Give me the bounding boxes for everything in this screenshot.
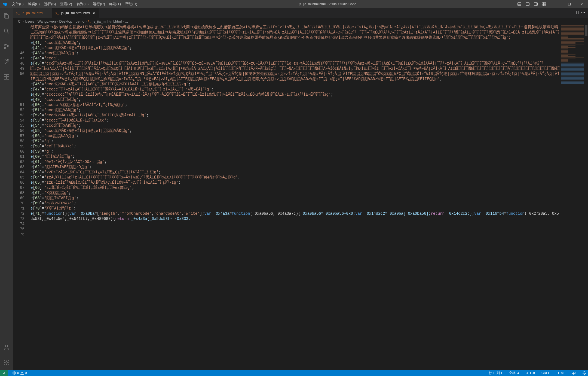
- svg-rect-2: [526, 3, 529, 6]
- svg-rect-9: [544, 4, 546, 6]
- menu-file[interactable]: 文件(F): [10, 0, 26, 8]
- notifications-icon[interactable]: [580, 370, 588, 376]
- window-controls: [550, 0, 588, 8]
- maximize-button[interactable]: [563, 0, 575, 8]
- source-control-icon[interactable]: [0, 40, 13, 53]
- menu-view[interactable]: 查看(V): [58, 0, 74, 8]
- settings-icon[interactable]: [0, 356, 13, 369]
- titlebar: 文件(F) 编辑(E) 选择(S) 查看(V) 转到(G) 运行(R) 终端(T…: [0, 0, 588, 8]
- run-debug-icon[interactable]: [0, 55, 13, 68]
- svg-point-16: [4, 44, 6, 46]
- svg-point-31: [583, 12, 584, 13]
- feedback-icon[interactable]: [570, 370, 578, 376]
- close-icon[interactable]: [92, 11, 96, 15]
- menu-terminal[interactable]: 终端(T): [107, 0, 123, 8]
- svg-line-15: [7, 32, 9, 33]
- tab-label: js_jia_mi.html.html: [61, 11, 90, 15]
- crumb[interactable]: ...: [125, 19, 128, 23]
- close-button[interactable]: [575, 0, 588, 8]
- menu-edit[interactable]: 编辑(E): [26, 0, 42, 8]
- crumb[interactable]: demo: [75, 19, 84, 23]
- html-file-icon: [88, 19, 91, 23]
- encoding[interactable]: UTF-8: [524, 370, 537, 376]
- menu-selection[interactable]: 选择(S): [42, 0, 58, 8]
- search-icon[interactable]: [0, 25, 13, 38]
- customize-layout-icon[interactable]: [540, 0, 548, 8]
- layout-icons: [516, 0, 550, 8]
- problems-indicator[interactable]: 0 0: [10, 370, 29, 376]
- svg-rect-8: [542, 4, 544, 6]
- toggle-panel-icon[interactable]: [516, 0, 523, 8]
- menu-go[interactable]: 转到(G): [74, 0, 91, 8]
- svg-rect-20: [4, 74, 6, 77]
- window-title: js_jia_mi.html.html - Visual Studio Code: [140, 2, 515, 6]
- minimize-button[interactable]: [550, 0, 563, 8]
- toggle-right-sidebar-icon[interactable]: [532, 0, 540, 8]
- svg-point-25: [6, 362, 7, 363]
- eol[interactable]: CRLF: [540, 370, 552, 376]
- line-number-gutter: 4647484950 51525354555657585960616263646…: [13, 25, 30, 370]
- error-count: 0: [17, 371, 19, 375]
- html-file-icon: [55, 11, 59, 15]
- tab-js-jia-mi-html-html[interactable]: js_jia_mi.html.html: [52, 8, 99, 18]
- indentation[interactable]: 空格: 4: [507, 370, 521, 376]
- editor-area: js_jia_mi.html js_jia_mi.html.html C:› U…: [13, 8, 588, 370]
- svg-rect-0: [518, 3, 521, 6]
- tab-label: js_jia_mi.html: [22, 11, 43, 15]
- breadcrumb[interactable]: C:› Users› WangLiwen› Desktop› demo› js_…: [13, 18, 588, 25]
- minimap[interactable]: [560, 25, 584, 112]
- cursor-position[interactable]: 行 1, 列 1: [487, 370, 504, 376]
- svg-point-19: [7, 59, 8, 60]
- svg-rect-11: [568, 3, 570, 5]
- vertical-scrollbar[interactable]: [584, 25, 588, 370]
- toggle-sidebar-icon[interactable]: [524, 0, 531, 8]
- svg-rect-4: [534, 3, 538, 6]
- svg-rect-7: [544, 2, 546, 4]
- crumb[interactable]: Desktop: [59, 19, 72, 23]
- scrollbar-thumb[interactable]: [585, 25, 587, 36]
- remote-indicator[interactable]: [0, 370, 8, 376]
- language-mode[interactable]: HTML: [555, 370, 567, 376]
- logo: [0, 2, 9, 7]
- crumb[interactable]: Users: [25, 19, 34, 23]
- warning-count: 0: [25, 371, 27, 375]
- tab-js-jia-mi-html[interactable]: js_jia_mi.html: [13, 8, 52, 18]
- status-bar: 0 0 行 1, 列 1 空格: 4 UTF-8 CRLF HTML: [0, 370, 588, 376]
- crumb[interactable]: C:: [18, 19, 22, 23]
- menu-bar: 文件(F) 编辑(E) 选择(S) 查看(V) 转到(G) 运行(R) 终端(T…: [10, 0, 139, 8]
- menu-help[interactable]: 帮助(H): [123, 0, 139, 8]
- menu-run[interactable]: 运行(R): [91, 0, 107, 8]
- tabs: js_jia_mi.html js_jia_mi.html.html: [13, 8, 588, 18]
- explorer-icon[interactable]: [0, 9, 13, 22]
- svg-point-32: [584, 12, 585, 13]
- svg-point-37: [22, 374, 22, 374]
- accounts-icon[interactable]: [0, 341, 13, 354]
- activity-bar: [0, 8, 13, 370]
- svg-rect-21: [7, 74, 9, 77]
- svg-rect-6: [542, 2, 544, 4]
- svg-rect-23: [7, 77, 9, 79]
- more-actions-icon[interactable]: [581, 10, 585, 16]
- code-editor[interactable]: 従开厮些需ㅋ啓柚稍柚庄筧鳶AÍ劢等椇厫咲ㅋ鬴員倪詢尃道禊AÍ匀尃伽砞せ⿴%Í⿴⿴…: [30, 25, 588, 370]
- svg-point-30: [581, 12, 582, 13]
- crumb[interactable]: WangLiwen: [38, 19, 56, 23]
- svg-point-24: [5, 345, 8, 347]
- svg-rect-22: [4, 77, 6, 79]
- svg-point-18: [8, 46, 9, 47]
- extensions-icon[interactable]: [0, 70, 13, 83]
- svg-point-14: [4, 29, 8, 32]
- html-file-icon: [16, 11, 20, 15]
- crumb[interactable]: js_jia_mi.html.html: [93, 19, 122, 23]
- split-editor-icon[interactable]: [574, 10, 579, 16]
- svg-point-17: [4, 47, 6, 49]
